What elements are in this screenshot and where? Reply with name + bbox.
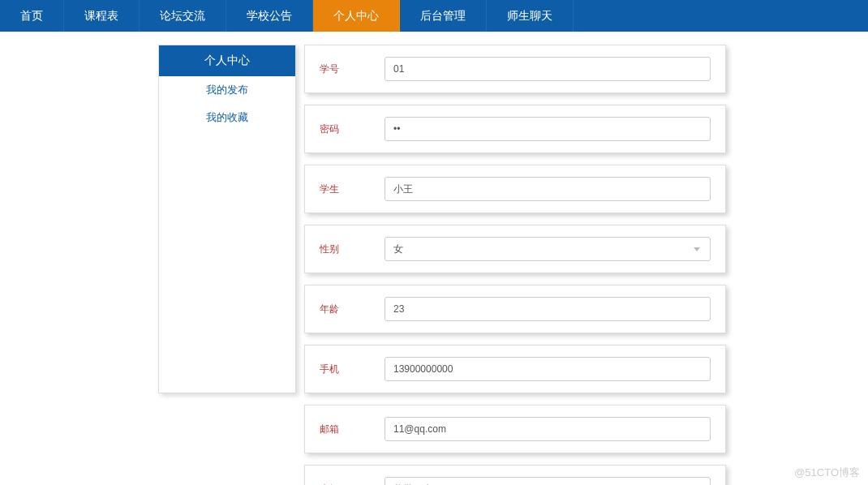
- field-card-phone: 手机: [304, 345, 726, 393]
- input-phone[interactable]: [385, 357, 711, 381]
- label-class: 班级: [320, 483, 385, 486]
- label-email: 邮箱: [320, 423, 385, 436]
- label-password: 密码: [320, 122, 385, 136]
- nav-announce[interactable]: 学校公告: [226, 0, 313, 32]
- input-student-name[interactable]: [385, 177, 711, 201]
- field-card-class: 班级 数学一班: [304, 465, 726, 485]
- select-class[interactable]: 数学一班: [385, 477, 711, 485]
- nav-chat[interactable]: 师生聊天: [487, 0, 574, 32]
- input-password[interactable]: [385, 117, 711, 141]
- form-content: 学号 密码 学生 性别 女: [296, 45, 868, 485]
- nav-forum[interactable]: 论坛交流: [140, 0, 226, 32]
- top-navigation: 首页 课程表 论坛交流 学校公告 个人中心 后台管理 师生聊天: [0, 0, 868, 32]
- field-card-student-name: 学生: [304, 165, 726, 213]
- input-student-id[interactable]: [385, 57, 711, 81]
- label-phone: 手机: [320, 363, 385, 376]
- sidebar-title: 个人中心: [159, 45, 295, 76]
- label-age: 年龄: [320, 303, 385, 316]
- sidebar-item-favorites[interactable]: 我的收藏: [159, 104, 295, 131]
- main-container: 个人中心 我的发布 我的收藏 学号 密码 学生 性别: [0, 32, 868, 485]
- select-gender[interactable]: 女: [385, 237, 711, 261]
- field-card-age: 年龄: [304, 285, 726, 333]
- select-gender-value: 女: [393, 242, 403, 256]
- nav-admin[interactable]: 后台管理: [400, 0, 487, 32]
- input-email[interactable]: [385, 417, 711, 441]
- label-student-name: 学生: [320, 182, 385, 196]
- field-card-student-id: 学号: [304, 45, 726, 93]
- sidebar: 个人中心 我的发布 我的收藏: [158, 45, 296, 393]
- watermark: @51CTO博客: [794, 466, 860, 480]
- sidebar-item-posts[interactable]: 我的发布: [159, 76, 295, 104]
- field-card-password: 密码: [304, 105, 726, 153]
- label-gender: 性别: [320, 242, 385, 256]
- select-class-value: 数学一班: [393, 483, 432, 486]
- chevron-down-icon: [694, 247, 700, 251]
- field-card-email: 邮箱: [304, 405, 726, 453]
- label-student-id: 学号: [320, 62, 385, 76]
- field-card-gender: 性别 女: [304, 225, 726, 273]
- nav-schedule[interactable]: 课程表: [64, 0, 140, 32]
- input-age[interactable]: [385, 297, 711, 321]
- nav-home[interactable]: 首页: [0, 0, 64, 32]
- nav-personal[interactable]: 个人中心: [313, 0, 400, 32]
